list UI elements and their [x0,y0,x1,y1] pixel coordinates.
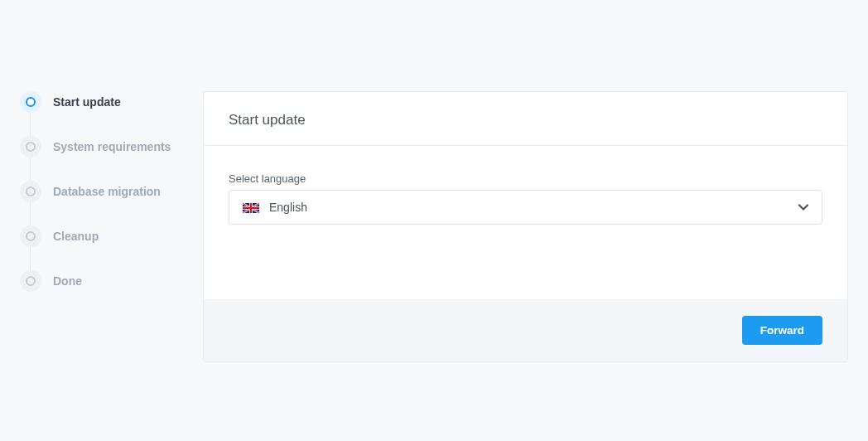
step-cleanup[interactable]: Cleanup [20,225,186,270]
uk-flag-icon [243,202,259,212]
step-connector [30,156,31,181]
step-label: Done [53,274,82,288]
step-connector [30,111,31,136]
chevron-down-icon [798,201,808,213]
step-circle-icon [20,181,41,202]
step-connector [30,245,31,270]
main-content: Start update Select language English [203,0,868,441]
step-label: Cleanup [53,230,99,243]
forward-button[interactable]: Forward [742,316,822,345]
wizard-sidebar: Start update System requirements Databas… [0,0,203,441]
step-circle-icon [20,91,41,113]
card-body: Select language English [204,146,847,299]
card-header: Start update [204,92,847,146]
step-connector [30,201,31,225]
step-label: Start update [53,95,121,109]
step-circle-icon [20,136,41,158]
step-label: System requirements [53,140,171,153]
wizard-card: Start update Select language English [203,91,848,362]
step-system-requirements[interactable]: System requirements [20,136,186,181]
language-select[interactable]: English [229,190,822,225]
language-label: Select language [229,172,822,185]
card-footer: Forward [204,299,847,361]
step-list: Start update System requirements Databas… [20,91,186,292]
step-database-migration[interactable]: Database migration [20,181,186,225]
step-done[interactable]: Done [20,270,186,292]
step-label: Database migration [53,185,161,198]
language-value: English [269,201,788,214]
step-circle-icon [20,225,41,247]
step-circle-icon [20,270,41,292]
step-start-update[interactable]: Start update [20,91,186,136]
page-title: Start update [229,112,822,128]
